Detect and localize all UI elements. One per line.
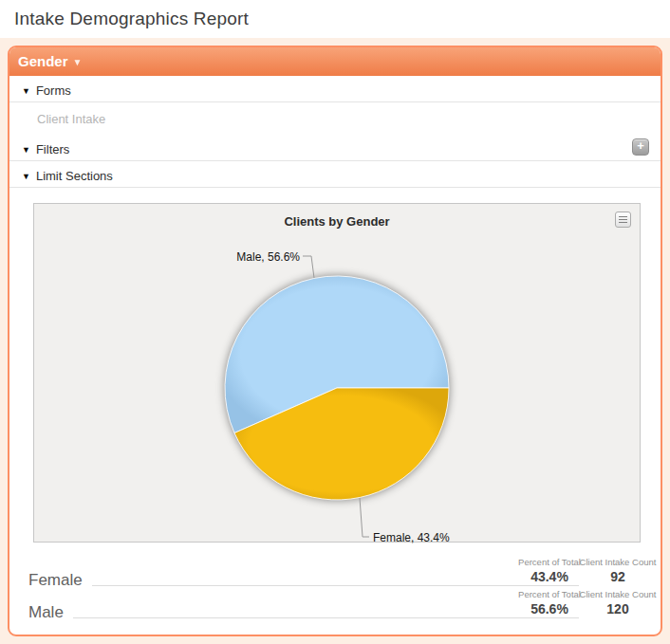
section-filters-label: Filters xyxy=(36,142,69,156)
section-limit-sections-label: Limit Sections xyxy=(36,169,113,183)
pie-data-label-male: Male, 56.6% xyxy=(34,250,300,264)
collapse-triangle-icon: ▼ xyxy=(22,145,30,155)
chart-title: Clients by Gender xyxy=(34,214,640,229)
section-filters[interactable]: ▼Filters + xyxy=(9,135,661,161)
row-label: Male xyxy=(28,603,73,622)
forms-list-item-client-intake: Client Intake xyxy=(9,102,661,135)
table-row-female: Female Percent of Total 43.4% Client Int… xyxy=(9,553,661,586)
pie-chart-container: Clients by Gender Male, 56.6% Female, 43… xyxy=(33,203,641,543)
pie-data-label-female: Female, 43.4% xyxy=(373,531,450,544)
section-limit-sections[interactable]: ▼Limit Sections xyxy=(9,161,661,188)
male-label-connector xyxy=(303,256,314,278)
panel-header-label: Gender xyxy=(18,53,68,69)
collapse-triangle-icon: ▼ xyxy=(22,172,30,181)
forms-item-label: Client Intake xyxy=(37,112,105,126)
row-label: Female xyxy=(28,571,92,590)
client-intake-count-column: Client Intake Count 120 xyxy=(561,589,662,616)
chart-menu-button[interactable] xyxy=(615,212,631,228)
chevron-down-icon: ▼ xyxy=(73,57,83,67)
plus-icon: + xyxy=(637,138,644,153)
section-forms[interactable]: ▼Forms xyxy=(9,76,661,102)
client-intake-count-value: 92 xyxy=(561,569,662,584)
client-intake-count-value: 120 xyxy=(561,601,662,616)
add-filter-button[interactable]: + xyxy=(632,138,649,156)
menu-lines-icon xyxy=(619,216,627,223)
client-intake-count-header: Client Intake Count xyxy=(561,557,662,567)
female-label-connector xyxy=(360,498,369,537)
row-divider xyxy=(28,617,579,618)
section-forms-label: Forms xyxy=(36,83,71,98)
client-intake-count-column: Client Intake Count 92 xyxy=(561,557,662,584)
page-title: Intake Demographics Report xyxy=(14,9,249,29)
collapse-triangle-icon: ▼ xyxy=(22,86,30,96)
client-intake-count-header: Client Intake Count xyxy=(561,589,662,599)
panel-header-gender[interactable]: Gender▼ xyxy=(9,47,661,76)
table-row-male: Male Percent of Total 56.6% Client Intak… xyxy=(9,585,661,618)
gender-report-panel: Gender▼ ▼Forms Client Intake ▼Filters + … xyxy=(8,46,662,636)
content-background: Gender▼ ▼Forms Client Intake ▼Filters + … xyxy=(0,38,670,644)
